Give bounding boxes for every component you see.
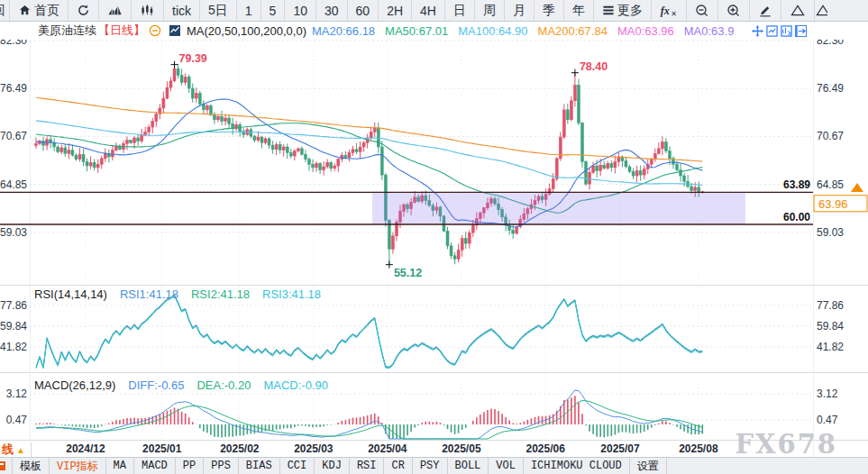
tab-pp[interactable]: PP — [176, 458, 204, 474]
rsi-axis-label: 41.82 — [0, 341, 27, 353]
shift-right-icon[interactable] — [795, 25, 807, 37]
tab-macd[interactable]: MACD — [134, 458, 176, 474]
toolbar-button-period-30[interactable]: 30 — [316, 0, 348, 21]
tab-vip-indicators[interactable]: VIP指标 — [50, 458, 106, 474]
ma-value: MA50:67.01 — [385, 24, 448, 38]
more-icon — [602, 5, 615, 16]
tab-cr[interactable]: CR — [384, 458, 412, 474]
zoom-out-icon — [695, 4, 709, 18]
price-axis-label: 76.49 — [817, 82, 844, 95]
toolbar-button-back[interactable]: 回 — [0, 0, 10, 21]
panel-icons — [752, 25, 807, 37]
macd-value: DIFF:-0.65 — [128, 378, 184, 392]
tab-vol[interactable]: VOL — [489, 458, 524, 474]
macd-axis-label: 0.47 — [817, 414, 838, 426]
toolbar-button-zoom-out[interactable] — [687, 0, 718, 21]
home-icon — [18, 4, 32, 17]
price-axis-label: 76.49 — [0, 82, 27, 95]
tab-psy[interactable]: PSY — [413, 458, 448, 474]
ma-settings-icon[interactable] — [169, 24, 181, 37]
rsi-axis-label: 41.82 — [817, 341, 844, 353]
toolbar-button-tick[interactable]: tick — [164, 0, 200, 21]
price-alert-arrow-icon[interactable] — [851, 183, 863, 192]
toolbar-button-period-1[interactable]: 1 — [237, 0, 261, 21]
highlight-zone[interactable] — [372, 192, 745, 224]
extreme-marker: 78.40 — [571, 60, 608, 77]
ma-value: MA20:66.18 — [312, 24, 375, 38]
collapse-circle-icon[interactable] — [149, 24, 161, 37]
rsi-axis-label: 77.86 — [817, 299, 844, 312]
toolbar-button-period-10[interactable]: 10 — [285, 0, 316, 21]
macd-dif-line — [36, 390, 702, 439]
draw-icon — [758, 4, 772, 17]
period-label: 【日线】 — [98, 23, 145, 39]
toolbar-button-home[interactable]: 首页 — [10, 0, 69, 21]
toolbar-button-shape-triangle[interactable] — [781, 0, 815, 21]
tab-kdj[interactable]: KDJ — [315, 458, 350, 474]
tab-rsi[interactable]: RSI — [350, 458, 385, 474]
svg-text:✕: ✕ — [671, 10, 677, 17]
ma-value: MA0:63.9 — [684, 24, 735, 38]
zoom-in-icon — [726, 4, 741, 18]
ma-value: MA200:67.84 — [538, 24, 608, 38]
x-axis-month-label: 2025/04 — [368, 442, 407, 455]
toolbar-button-draw[interactable] — [750, 0, 781, 21]
toolbar-button-shape-more[interactable] — [815, 0, 827, 21]
toolbar-button-period-day[interactable]: 日 — [445, 0, 475, 21]
tab-settings[interactable]: 设置 — [630, 458, 667, 474]
x-axis-month-label: 2025/03 — [294, 442, 333, 455]
rsi-title: RSI(14,14,14) — [34, 287, 107, 301]
tab-boll[interactable]: BOLL — [448, 458, 489, 474]
toolbar-button-period-60[interactable]: 60 — [348, 0, 379, 21]
toolbar-button-period-2h[interactable]: 2H — [379, 0, 412, 21]
ma200-line — [36, 97, 702, 161]
toolbar-button-period-quarter[interactable]: 季 — [535, 0, 564, 21]
legend-row: 美原油连续 【日线】 MA(20,50,100,200,0,0) MA20:66… — [0, 22, 868, 40]
x-axis-month-label: 2025/08 — [679, 442, 718, 455]
rsi-value: RSI1:41.18 — [120, 287, 178, 301]
tab-ichimoku-cloud[interactable]: ICHIMOKU CLOUD — [524, 458, 630, 474]
x-axis-month-label: 2025/02 — [220, 442, 260, 455]
tab-pps[interactable]: PPS — [204, 458, 239, 474]
ma-value: MA0:63.96 — [617, 24, 674, 38]
price-axis-label: 59.03 — [817, 226, 844, 239]
line-chart-icon — [107, 4, 123, 17]
toolbar-button-refresh[interactable] — [69, 0, 99, 21]
draw-line-tool-partial[interactable]: 线 ▲ — [0, 442, 32, 457]
price-axis-label: 59.03 — [0, 226, 27, 239]
ma-params: MA(20,50,100,200,0,0) — [187, 24, 306, 38]
rsi-value: RSI3:41.18 — [262, 287, 321, 301]
tab-cci[interactable]: CCI — [280, 458, 315, 474]
pan-icon[interactable] — [752, 25, 763, 37]
drawn-line-price-label: 60.00 — [783, 211, 810, 223]
up-triangle-icon: ▲ — [16, 445, 25, 455]
rsi-axis-label: 77.86 — [0, 299, 27, 312]
price-axis-label: 70.67 — [0, 130, 27, 142]
candlestick-series — [35, 64, 704, 264]
toolbar-button-period-4h[interactable]: 4H — [412, 0, 445, 21]
extreme-price-label: 55.12 — [394, 267, 422, 279]
toolbar-button-period-month[interactable]: 月 — [505, 0, 535, 21]
indicator-window-add-icon[interactable] — [766, 25, 778, 37]
indicator-chip-icon[interactable] — [0, 458, 13, 474]
formula-icon: fx✕ — [660, 4, 678, 17]
x-axis-month-label: 2025/06 — [526, 442, 566, 455]
x-axis-month-label: 2025/01 — [142, 442, 182, 455]
toolbar-button-formula[interactable]: fx✕ — [652, 0, 687, 21]
macd-histogram — [36, 396, 702, 439]
toolbar-button-period-5[interactable]: 5 — [261, 0, 286, 21]
trading-chart-app: 82.3082.3076.4976.4970.6770.6764.8564.85… — [0, 0, 868, 474]
tab-ma[interactable]: MA — [106, 458, 134, 474]
tab-bias[interactable]: BIAS — [239, 458, 280, 474]
toolbar-button-more[interactable]: 更多 — [594, 0, 652, 21]
indicator-window-next-icon[interactable] — [781, 25, 792, 37]
toolbar-button-period-week[interactable]: 周 — [475, 0, 505, 21]
macd-legend: MACD(26,12,9) DIFF:-0.65DEA:-0.20MACD:-0… — [34, 378, 328, 392]
extreme-marker: 55.12 — [386, 261, 422, 279]
toolbar-button-candlestick-chart[interactable] — [132, 0, 164, 21]
tab-template[interactable]: 模板 — [13, 458, 50, 474]
toolbar-button-line-chart[interactable] — [99, 0, 132, 21]
toolbar-button-zoom-in[interactable] — [718, 0, 750, 21]
toolbar-button-period-5d[interactable]: 5日 — [200, 0, 237, 21]
toolbar-button-period-year[interactable]: 年 — [564, 0, 594, 21]
